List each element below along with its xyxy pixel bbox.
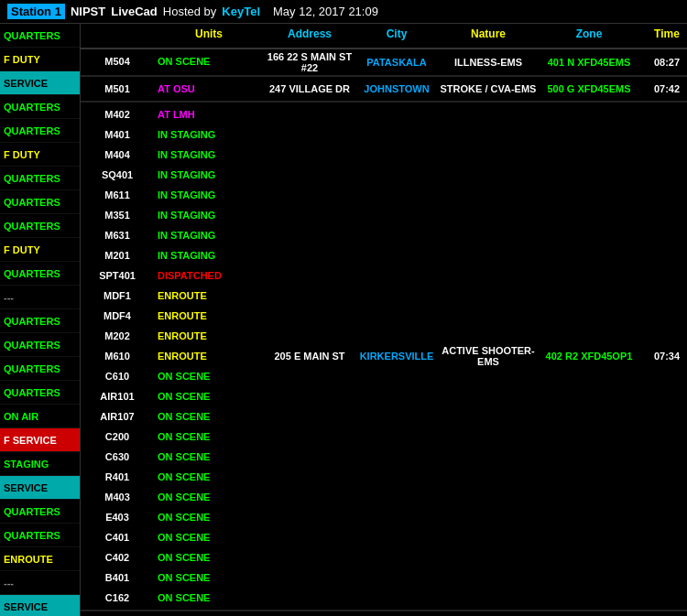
incident-city-0: PATASKALA bbox=[355, 49, 438, 75]
unit-status: IN STAGING bbox=[154, 129, 264, 140]
unit-row-2-20: E403ON SCENE bbox=[81, 507, 264, 527]
unit-status: ON SCENE bbox=[154, 431, 264, 442]
sidebar-item-12: QUARTERS bbox=[0, 309, 80, 333]
unit-id: M631 bbox=[81, 230, 154, 241]
incident-time-1: 07:42 bbox=[639, 77, 687, 101]
unit-row-2-18: R401ON SCENE bbox=[81, 467, 264, 487]
incident-address-1: 247 VILLAGE DR bbox=[264, 77, 355, 101]
sidebar-item-8: QUARTERS bbox=[0, 214, 80, 238]
content-area: Units Address City Nature Zone Time M504… bbox=[81, 24, 687, 616]
unit-status: IN STAGING bbox=[154, 230, 264, 241]
incident-block-0: M504ON SCENE166 22 S MAIN ST #22PATASKAL… bbox=[81, 49, 687, 77]
incident-units-2: M402AT LMHM401IN STAGINGM404IN STAGINGSQ… bbox=[81, 103, 264, 610]
unit-row-2-17: C630ON SCENE bbox=[81, 447, 264, 467]
unit-id: AIR107 bbox=[81, 411, 154, 422]
unit-row-2-15: AIR107ON SCENE bbox=[81, 406, 264, 427]
sidebar-item-6: QUARTERS bbox=[0, 167, 80, 190]
unit-row-2-10: MDF4ENROUTE bbox=[81, 306, 264, 326]
sidebar-item-5: F DUTY bbox=[0, 143, 80, 167]
unit-row-2-16: C200ON SCENE bbox=[81, 427, 264, 447]
sidebar-item-4: QUARTERS bbox=[0, 119, 80, 143]
unit-id: C610 bbox=[81, 371, 154, 382]
unit-id: C200 bbox=[81, 431, 154, 442]
incident-nature-0: ILLNESS-EMS bbox=[438, 49, 539, 75]
unit-row-2-4: M611IN STAGING bbox=[81, 185, 264, 205]
unit-status: IN STAGING bbox=[154, 149, 264, 160]
unit-id: MDF1 bbox=[81, 290, 154, 301]
unit-row-2-8: SPT401DISPATCHED bbox=[81, 265, 264, 286]
sidebar-item-19: SERVICE bbox=[0, 476, 80, 500]
main-layout: QUARTERSF DUTYSERVICEQUARTERSQUARTERSF D… bbox=[0, 24, 687, 616]
unit-row-2-13: C610ON SCENE bbox=[81, 366, 264, 386]
datetime-label: May 12, 2017 21:09 bbox=[273, 5, 378, 18]
incident-block-2: M402AT LMHM401IN STAGINGM404IN STAGINGSQ… bbox=[81, 103, 687, 611]
col-city: City bbox=[355, 27, 438, 44]
incident-nature-1: STROKE / CVA-EMS bbox=[438, 77, 539, 101]
sidebar-item-13: QUARTERS bbox=[0, 333, 80, 357]
unit-row-2-7: M201IN STAGING bbox=[81, 245, 264, 265]
unit-status: ON SCENE bbox=[154, 56, 264, 67]
unit-status: ON SCENE bbox=[154, 592, 264, 603]
unit-status: ON SCENE bbox=[154, 512, 264, 523]
unit-row-2-23: B401ON SCENE bbox=[81, 567, 264, 588]
sidebar-item-3: QUARTERS bbox=[0, 95, 80, 119]
incident-time-2: 07:34 bbox=[639, 103, 687, 610]
unit-id: M201 bbox=[81, 250, 154, 261]
unit-status: ON SCENE bbox=[154, 471, 264, 482]
unit-id: M504 bbox=[81, 56, 154, 67]
unit-row-0-0: M504ON SCENE bbox=[81, 51, 264, 71]
sidebar-item-1: F DUTY bbox=[0, 48, 80, 71]
col-empty bbox=[81, 27, 154, 44]
sidebar-item-20: QUARTERS bbox=[0, 500, 80, 524]
unit-row-2-5: M351IN STAGING bbox=[81, 205, 264, 225]
unit-id: M401 bbox=[81, 129, 154, 140]
incident-address-2: 205 E MAIN ST bbox=[264, 103, 355, 610]
unit-status: ON SCENE bbox=[154, 572, 264, 583]
unit-status: ON SCENE bbox=[154, 411, 264, 422]
unit-id: B401 bbox=[81, 572, 154, 583]
keytel-label: KeyTel bbox=[222, 5, 260, 18]
unit-status: ENROUTE bbox=[154, 310, 264, 321]
unit-id: M611 bbox=[81, 189, 154, 200]
incident-zone-2: 402 R2 XFD45OP1 bbox=[539, 103, 639, 610]
unit-row-2-12: M610ENROUTE bbox=[81, 346, 264, 366]
unit-status: IN STAGING bbox=[154, 169, 264, 180]
unit-status: IN STAGING bbox=[154, 189, 264, 200]
unit-status: IN STAGING bbox=[154, 210, 264, 221]
incident-city-2: KIRKERSVILLE bbox=[355, 103, 438, 610]
sidebar-item-17: F SERVICE bbox=[0, 428, 80, 452]
unit-status: AT OSU bbox=[154, 83, 264, 94]
sidebar-item-0: QUARTERS bbox=[0, 24, 80, 48]
sidebar-item-10: QUARTERS bbox=[0, 262, 80, 286]
col-units: Units bbox=[154, 27, 264, 44]
unit-id: E403 bbox=[81, 512, 154, 523]
unit-status: ON SCENE bbox=[154, 492, 264, 503]
unit-status: DISPATCHED bbox=[154, 270, 264, 281]
unit-id: M501 bbox=[81, 83, 154, 94]
sidebar-item-11: --- bbox=[0, 286, 80, 309]
unit-row-2-22: C402ON SCENE bbox=[81, 547, 264, 567]
incident-nature-2: ACTIVE SHOOTER-EMS bbox=[438, 103, 539, 610]
sidebar-item-7: QUARTERS bbox=[0, 190, 80, 214]
col-address: Address bbox=[264, 27, 355, 44]
unit-id: MDF4 bbox=[81, 310, 154, 321]
unit-id: C162 bbox=[81, 592, 154, 603]
incident-city-1: JOHNSTOWN bbox=[355, 77, 438, 101]
unit-status: ON SCENE bbox=[154, 391, 264, 402]
unit-status: ON SCENE bbox=[154, 371, 264, 382]
unit-status: ENROUTE bbox=[154, 351, 264, 362]
station-label: Station 1 bbox=[7, 4, 65, 19]
unit-id: C401 bbox=[81, 532, 154, 543]
unit-id: M403 bbox=[81, 492, 154, 503]
incident-units-1: M501AT OSU bbox=[81, 77, 264, 101]
nipst-label: NIPST bbox=[71, 5, 105, 18]
sidebar-item-18: STAGING bbox=[0, 452, 80, 476]
unit-id: C630 bbox=[81, 451, 154, 462]
header: Station 1 NIPST LiveCad Hosted by KeyTel… bbox=[0, 0, 687, 24]
unit-row-2-2: M404IN STAGING bbox=[81, 145, 264, 165]
col-time: Time bbox=[639, 27, 687, 44]
unit-id: AIR101 bbox=[81, 391, 154, 402]
unit-id: M351 bbox=[81, 210, 154, 221]
hosted-label: Hosted by bbox=[163, 5, 217, 18]
incident-block-1: M501AT OSU247 VILLAGE DRJOHNSTOWNSTROKE … bbox=[81, 77, 687, 103]
